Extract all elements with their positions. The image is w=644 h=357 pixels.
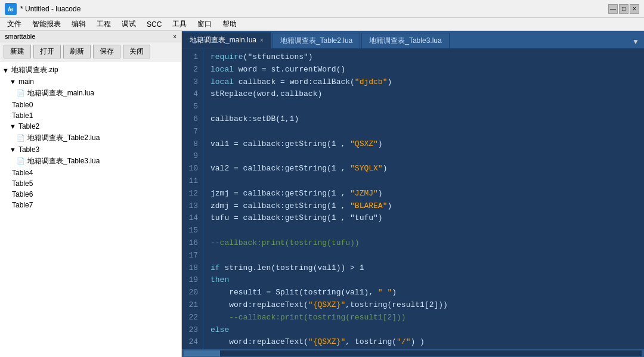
tree-item[interactable]: 📄地籍调查表_main.lua [0, 87, 181, 100]
menu-smart-report[interactable]: 智能报表 [27, 18, 66, 30]
tree-label: Table2 [18, 122, 39, 131]
save-button[interactable]: 保存 [93, 45, 120, 58]
tree-icon: 📄 [17, 157, 25, 165]
code-line: if string.len(tostring(val1)) > 1 [210, 262, 637, 275]
editor-tab[interactable]: 地籍调查表_Table3.lua [361, 33, 449, 48]
code-line [210, 126, 637, 138]
tree-label: Table7 [12, 201, 33, 209]
scroll-track[interactable] [184, 350, 642, 356]
tree-label: 地籍调查表_Table3.lua [27, 156, 100, 166]
tree-icon: ▼ [10, 146, 16, 153]
line-number: 20 [187, 287, 198, 299]
line-number: 19 [187, 274, 198, 287]
tree-icon: 📄 [17, 134, 25, 142]
tree-label: 地籍调查表_Table2.lua [27, 133, 100, 143]
window-title: * Untitled - luacode [20, 5, 608, 13]
file-tree: ▼地籍调查表.zip▼main📄地籍调查表_main.lua Table0 Ta… [0, 61, 181, 357]
line-number: 12 [187, 188, 198, 200]
menu-file[interactable]: 文件 [2, 18, 26, 30]
tree-item[interactable]: Table5 [0, 178, 181, 189]
line-number: 22 [187, 312, 198, 324]
line-number: 23 [187, 324, 198, 337]
tree-item[interactable]: Table6 [0, 189, 181, 200]
code-line: zdmj = callback:getString(1 , "BLAREA") [210, 200, 637, 213]
tree-item[interactable]: ▼Table2 [0, 121, 181, 132]
menu-window[interactable]: 窗口 [193, 18, 216, 30]
line-number: 15 [187, 225, 198, 237]
refresh-button[interactable]: 刷新 [63, 45, 91, 58]
line-number: 8 [187, 138, 198, 151]
line-number: 4 [187, 88, 198, 101]
code-editor[interactable]: 1234567891011121314151617181920212223242… [182, 49, 644, 349]
menu-scc[interactable]: SCC [142, 19, 166, 30]
tab-label: 地籍调查表_Table2.lua [280, 36, 352, 46]
line-number: 1 [187, 51, 198, 64]
line-number: 10 [187, 163, 198, 175]
tree-item[interactable]: 📄地籍调查表_Table3.lua [0, 155, 181, 167]
line-number: 17 [187, 250, 198, 262]
panel-title: smarttable × [0, 31, 181, 42]
menu-project[interactable]: 工程 [92, 18, 116, 30]
code-line: else [210, 324, 637, 337]
tree-label: Table4 [12, 169, 33, 177]
tree-item[interactable]: Table4 [0, 167, 181, 178]
code-line: val2 = callback:getString(1 , "SYQLX") [210, 163, 637, 175]
tree-label: 地籍调查表_main.lua [27, 88, 94, 98]
code-line [210, 101, 637, 113]
tab-close-icon[interactable]: × [260, 37, 264, 44]
app-icon: Ie [5, 3, 17, 15]
tree-icon: ▼ [2, 67, 9, 74]
editor-panel: 地籍调查表_main.lua×地籍调查表_Table2.lua地籍调查表_Tab… [182, 31, 644, 357]
code-line [210, 175, 637, 188]
tab-label: 地籍调查表_main.lua [190, 35, 256, 45]
line-number: 21 [187, 299, 198, 312]
tree-item[interactable]: Table1 [0, 110, 181, 121]
code-line: jzmj = callback:getString(1 , "JZMJ") [210, 188, 637, 200]
line-number: 2 [187, 64, 198, 76]
menu-debug[interactable]: 调试 [117, 18, 141, 30]
code-line: word:replaceText("{QSXZ}", tostring("/")… [210, 336, 637, 349]
close-button[interactable]: × [630, 4, 639, 14]
tree-label: Table1 [12, 111, 33, 120]
open-button[interactable]: 打开 [33, 45, 61, 58]
panel-close-button[interactable]: × [173, 33, 177, 40]
tab-bar: 地籍调查表_main.lua×地籍调查表_Table2.lua地籍调查表_Tab… [182, 31, 644, 49]
tree-item[interactable]: ▼Table3 [0, 144, 181, 155]
close-button-toolbar[interactable]: 关闭 [123, 45, 150, 58]
code-line: result1 = Split(tostring(val1), " ") [210, 287, 637, 299]
new-button[interactable]: 新建 [4, 45, 31, 58]
code-line: callback:setDB(1,1) [210, 113, 637, 126]
panel-title-text: smarttable [5, 33, 35, 40]
code-line: local callback = word:callBack("djdcb") [210, 76, 637, 89]
scroll-thumb[interactable] [184, 350, 220, 356]
code-line: then [210, 274, 637, 287]
tree-item[interactable]: ▼main [0, 76, 181, 87]
menu-tools[interactable]: 工具 [168, 18, 191, 30]
tree-item[interactable]: Table7 [0, 200, 181, 210]
editor-tab[interactable]: 地籍调查表_Table2.lua [273, 33, 360, 48]
maximize-button[interactable]: □ [619, 4, 628, 14]
tree-item[interactable]: Table0 [0, 100, 181, 110]
line-number: 11 [187, 175, 198, 188]
tab-dropdown-button[interactable]: ▼ [627, 35, 644, 48]
tree-item[interactable]: 📄地籍调查表_Table2.lua [0, 132, 181, 144]
tree-icon: 📄 [17, 89, 25, 97]
line-number: 14 [187, 212, 198, 225]
tree-label: 地籍调查表.zip [11, 65, 58, 75]
code-lines: require("stfunctions")local word = st.cu… [203, 49, 644, 349]
editor-tab[interactable]: 地籍调查表_main.lua× [182, 32, 271, 48]
tree-label: Table6 [12, 190, 33, 198]
title-bar: Ie * Untitled - luacode — □ × [0, 0, 644, 18]
code-line [210, 150, 637, 163]
tree-icon: ▼ [10, 78, 16, 85]
code-line: require("stfunctions") [210, 51, 637, 64]
menu-help[interactable]: 帮助 [218, 18, 242, 30]
window-controls[interactable]: — □ × [608, 4, 639, 14]
tree-item[interactable]: ▼地籍调查表.zip [0, 64, 181, 76]
minimize-button[interactable]: — [608, 4, 618, 14]
horizontal-scrollbar[interactable] [182, 349, 644, 357]
menu-edit[interactable]: 编辑 [67, 18, 91, 30]
line-number: 13 [187, 200, 198, 213]
line-number: 6 [187, 113, 198, 126]
menu-bar: 文件 智能报表 编辑 工程 调试 SCC 工具 窗口 帮助 [0, 18, 644, 31]
